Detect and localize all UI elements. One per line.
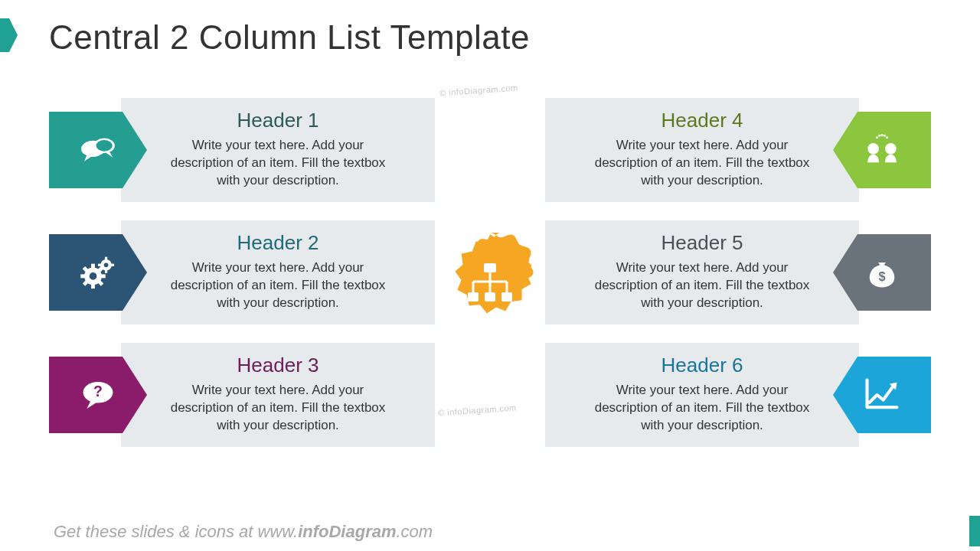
item-body: Write your text here. Add your descripti… bbox=[167, 259, 389, 312]
list-item: Header 4 Write your text here. Add your … bbox=[545, 98, 931, 202]
svg-text:?: ? bbox=[93, 383, 103, 399]
svg-text:$: $ bbox=[878, 269, 885, 283]
item-card: Header 6 Write your text here. Add your … bbox=[545, 343, 859, 447]
svg-rect-17 bbox=[105, 270, 107, 273]
right-column: Header 4 Write your text here. Add your … bbox=[545, 98, 931, 447]
chat-bubbles-icon bbox=[78, 130, 118, 170]
item-card: Header 4 Write your text here. Add your … bbox=[545, 98, 859, 202]
item-header: Header 3 bbox=[141, 354, 415, 377]
item-card: Header 2 Write your text here. Add your … bbox=[121, 220, 435, 324]
svg-point-26 bbox=[876, 136, 878, 139]
item-tag: $ bbox=[833, 234, 931, 311]
item-tag bbox=[49, 112, 147, 188]
footer-text: Get these slides & icons at www. bbox=[54, 522, 298, 541]
question-bubble-icon: ? bbox=[78, 375, 118, 415]
list-item: Header 3 Write your text here. Add your … bbox=[49, 343, 435, 447]
item-body: Write your text here. Add your descripti… bbox=[591, 137, 813, 190]
svg-point-29 bbox=[884, 135, 886, 137]
item-body: Write your text here. Add your descripti… bbox=[591, 259, 813, 312]
list-item: Header 5 Write your text here. Add your … bbox=[545, 220, 931, 324]
item-tag bbox=[833, 112, 931, 188]
svg-point-30 bbox=[886, 136, 888, 139]
svg-point-15 bbox=[104, 262, 109, 267]
item-card: Header 5 Write your text here. Add your … bbox=[545, 220, 859, 324]
svg-rect-18 bbox=[98, 264, 101, 266]
svg-point-27 bbox=[878, 135, 880, 137]
diagram-content: Header 1 Write your text here. Add your … bbox=[49, 98, 931, 468]
item-header: Header 6 bbox=[565, 354, 839, 377]
item-body: Write your text here. Add your descripti… bbox=[591, 382, 813, 435]
svg-point-4 bbox=[96, 140, 113, 152]
item-header: Header 1 bbox=[141, 109, 415, 132]
item-body: Write your text here. Add your descripti… bbox=[167, 382, 389, 435]
center-badge bbox=[433, 226, 547, 341]
list-item: Header 1 Write your text here. Add your … bbox=[49, 98, 435, 202]
item-card: Header 1 Write your text here. Add your … bbox=[121, 98, 435, 202]
growth-chart-icon bbox=[862, 375, 902, 415]
svg-point-24 bbox=[867, 143, 879, 155]
item-header: Header 2 bbox=[141, 231, 415, 255]
svg-rect-6 bbox=[91, 264, 95, 269]
watermark: © infoDiagram.com bbox=[439, 83, 518, 97]
list-item: Header 6 Write your text here. Add your … bbox=[545, 343, 931, 447]
list-item: Header 2 Write your text here. Add your … bbox=[49, 220, 435, 324]
svg-point-25 bbox=[885, 143, 897, 155]
watermark: © infoDiagram.com bbox=[438, 403, 517, 417]
svg-point-28 bbox=[881, 134, 884, 136]
gears-icon bbox=[78, 253, 118, 292]
item-tag bbox=[49, 234, 147, 311]
two-heads-icon bbox=[862, 130, 902, 170]
svg-rect-37 bbox=[468, 292, 479, 302]
svg-rect-8 bbox=[80, 274, 86, 278]
hierarchy-icon bbox=[465, 262, 515, 305]
footer-attribution: Get these slides & icons at www.infoDiag… bbox=[54, 522, 433, 542]
item-tag: ? bbox=[49, 357, 147, 433]
svg-rect-7 bbox=[91, 284, 95, 289]
item-card: Header 3 Write your text here. Add your … bbox=[121, 343, 435, 447]
left-column: Header 1 Write your text here. Add your … bbox=[49, 98, 435, 447]
item-tag bbox=[833, 357, 931, 433]
svg-rect-38 bbox=[485, 292, 495, 302]
slide-accent-left bbox=[0, 18, 9, 52]
item-header: Header 4 bbox=[565, 109, 839, 132]
footer-brand: infoDiagram bbox=[298, 522, 396, 541]
svg-rect-16 bbox=[105, 257, 107, 260]
money-bag-icon: $ bbox=[862, 253, 902, 292]
svg-rect-19 bbox=[111, 264, 114, 266]
slide-accent-right bbox=[969, 516, 980, 546]
item-header: Header 5 bbox=[565, 231, 839, 255]
footer-text: .com bbox=[397, 522, 433, 541]
slide-title: Central 2 Column List Template bbox=[49, 18, 530, 57]
svg-rect-36 bbox=[484, 263, 496, 272]
item-body: Write your text here. Add your descripti… bbox=[167, 137, 389, 190]
svg-rect-9 bbox=[100, 274, 106, 278]
svg-rect-39 bbox=[501, 292, 512, 302]
